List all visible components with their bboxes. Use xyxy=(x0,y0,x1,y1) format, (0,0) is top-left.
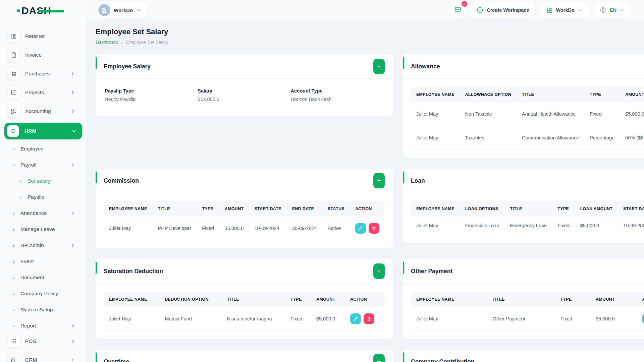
breadcrumb-separator-icon: › xyxy=(121,39,123,45)
sidebar-item-projects[interactable]: Projects xyxy=(0,85,86,100)
sidebar-item-system-setup[interactable]: System Setup xyxy=(0,302,86,318)
sidebar-item-report[interactable]: Report xyxy=(0,318,86,334)
table-cell: Juliet May xyxy=(411,307,487,331)
overtime-card: Overtime + xyxy=(96,350,393,362)
sidebar-item-accounting[interactable]: Accounting xyxy=(0,104,86,119)
breadcrumb-dashboard-link[interactable]: Dashboard xyxy=(96,40,118,45)
saturation-deduction-card: Saturation Deduction + EMPLOYEE NAMEDEDU… xyxy=(96,259,393,339)
bullet-icon xyxy=(19,179,23,183)
table-cell: $5,000.0 xyxy=(590,307,637,331)
table-cell: 10-09-2024 xyxy=(249,217,286,240)
card-title: Company Contribution xyxy=(411,358,475,362)
column-header: TYPE xyxy=(285,292,311,307)
table-cell: 30-09-2024 xyxy=(287,217,322,240)
edit-pencil-icon xyxy=(353,316,358,321)
table-cell: Fixed xyxy=(552,217,575,235)
plus-icon: + xyxy=(377,177,381,184)
bullet-icon xyxy=(12,244,16,247)
company-contribution-card: Company Contribution + xyxy=(403,350,644,362)
globe-icon xyxy=(599,6,607,14)
app-logo[interactable]: DASH xyxy=(0,0,86,21)
employee-salary-card: Employee Salary + Payslip Type Hourly Pa… xyxy=(96,54,393,116)
sidebar-item-retainer[interactable]: Retainer xyxy=(0,29,86,44)
table-row: Juliet MayPHP DeveloperFixed$5,000.010-0… xyxy=(104,217,385,240)
language-label: EN xyxy=(610,7,616,13)
table-cell: Nisi a tenetur magna xyxy=(222,307,285,331)
bullet-icon xyxy=(12,212,16,215)
pos-icon xyxy=(8,335,20,347)
table-cell: Fixed xyxy=(584,102,620,126)
messages-button[interactable]: 0 xyxy=(450,2,466,18)
data-table: EMPLOYEE NAMEDEDUCTION OPTIONTITLETYPEAM… xyxy=(104,292,385,331)
field-label: Payslip Type xyxy=(105,88,198,94)
sidebar-item-label: Accounting xyxy=(25,108,51,114)
table-cell: $5,000.0 xyxy=(311,307,345,331)
add-saturation-deduction-button[interactable]: + xyxy=(373,263,385,279)
table-cell: Juliet May xyxy=(411,102,460,126)
workspace-selector[interactable]: WorkDo xyxy=(97,2,147,18)
workdo-menu-button[interactable]: WorkDo xyxy=(540,2,589,18)
column-header: START DATE xyxy=(618,201,644,217)
chevron-right-icon xyxy=(70,357,75,362)
chevron-down-icon xyxy=(620,8,625,13)
table-cell: Juliet May xyxy=(104,307,159,331)
sidebar-item-hr-admin[interactable]: HR Admin xyxy=(0,237,86,253)
create-workspace-button[interactable]: Create Workspace xyxy=(470,2,535,18)
sidebar-item-label: Report xyxy=(20,323,36,329)
sidebar: DASH RetainerInvoicePurchasesProjectsAcc… xyxy=(0,0,86,362)
page-title: Employee Set Salary xyxy=(96,27,639,36)
sidebar-item-employee[interactable]: Employee xyxy=(0,141,86,157)
sidebar-item-document[interactable]: Document xyxy=(0,269,86,286)
field-value: Hourly Payslip xyxy=(105,97,198,102)
sidebar-item-company-policy[interactable]: Company Policy xyxy=(0,286,86,302)
delete-button[interactable] xyxy=(369,223,379,234)
edit-button[interactable] xyxy=(350,313,361,324)
sidebar-item-label: Payroll xyxy=(20,162,36,168)
column-header: EMPLOYEE NAME xyxy=(104,201,153,217)
data-table: EMPLOYEE NAMEALLOWNACE OPTIONTITLETYPEAM… xyxy=(411,87,644,150)
sidebar-item-payslip[interactable]: Payslip xyxy=(0,189,86,205)
card-title: Allowance xyxy=(411,63,440,70)
language-selector[interactable]: EN xyxy=(593,2,631,18)
sidebar-item-payroll[interactable]: Payroll xyxy=(0,157,86,173)
plus-icon: + xyxy=(377,63,381,70)
data-table: EMPLOYEE NAMETITLETYPEAMOUNTACTIONJuliet… xyxy=(411,292,644,331)
bullet-icon xyxy=(12,147,16,151)
column-header: DEDUCTION OPTION xyxy=(159,292,221,307)
sidebar-item-label: Projects xyxy=(25,89,44,96)
actions-cell xyxy=(637,307,644,331)
grid-plus-icon xyxy=(546,7,553,14)
sidebar-item-invoice[interactable]: Invoice xyxy=(0,48,86,62)
column-header: ACTION xyxy=(637,292,644,307)
sidebar-item-set-salary[interactable]: Set salary xyxy=(0,173,86,189)
chevron-right-icon xyxy=(70,339,75,344)
chevron-down-icon xyxy=(71,128,77,134)
sidebar-item-label: Invoice xyxy=(25,52,42,58)
sidebar-item-hrm[interactable]: HRM xyxy=(4,123,82,139)
bullet-icon xyxy=(12,276,16,280)
loan-card: Loan + EMPLOYEE NAMELOAN OPTIONSTITLETYP… xyxy=(403,169,644,243)
delete-trash-icon xyxy=(371,226,376,231)
create-workspace-label: Create Workspace xyxy=(487,7,529,13)
sidebar-item-crm[interactable]: CRM xyxy=(0,353,86,362)
sidebar-item-event[interactable]: Event xyxy=(0,253,86,269)
workdo-menu-label: WorkDo xyxy=(556,7,575,13)
sidebar-item-purchases[interactable]: Purchases xyxy=(0,66,86,81)
add-commission-button[interactable]: + xyxy=(373,173,385,188)
chevron-right-icon xyxy=(70,90,75,95)
sidebar-item-manage-leave[interactable]: Manage Leave xyxy=(0,221,86,237)
sidebar-item-label: Event xyxy=(20,258,34,264)
add-overtime-button[interactable]: + xyxy=(373,354,385,362)
edit-pencil-icon xyxy=(358,226,363,231)
column-header: LOAN AMOUNT xyxy=(575,201,618,217)
sidebar-item-attendance[interactable]: Attendance xyxy=(0,205,86,221)
edit-button[interactable] xyxy=(355,223,366,234)
add-employee-salary-button[interactable]: + xyxy=(373,59,385,74)
delete-button[interactable] xyxy=(364,313,374,324)
column-header: AMOUNT xyxy=(311,292,345,307)
edit-button[interactable] xyxy=(642,313,644,324)
commission-card: Commission + EMPLOYEE NAMETITLETYPEAMOUN… xyxy=(96,169,393,248)
sidebar-item-pos[interactable]: POS xyxy=(0,334,86,349)
employee-salary-details: Payslip Type Hourly Payslip Salary $12,0… xyxy=(96,79,393,116)
cards-grid: Employee Salary + Payslip Type Hourly Pa… xyxy=(96,54,639,362)
